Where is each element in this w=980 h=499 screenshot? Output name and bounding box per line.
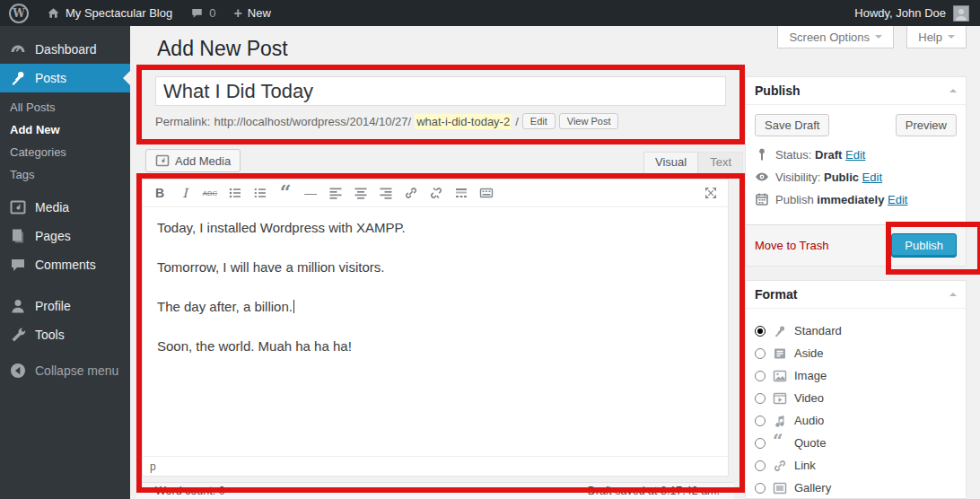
strikethrough-button[interactable]: ABC [198, 182, 222, 204]
comment-bubble-icon [190, 6, 204, 20]
permalink-slug[interactable]: what-i-did-today-2 [415, 114, 512, 129]
view-post-button[interactable]: View Post [559, 113, 619, 129]
post-status-info-bar: Word count: 0 Draft saved at 8:17:42 am. [136, 482, 734, 499]
sidebar-item-dashboard[interactable]: Dashboard [0, 35, 130, 64]
collapse-toggle-icon[interactable] [949, 289, 957, 296]
site-name-label: My Spectacular Blog [66, 6, 172, 20]
sidebar-item-label: Pages [35, 229, 71, 243]
format-option-aside[interactable]: Aside [755, 342, 957, 364]
home-icon [47, 6, 60, 20]
admin-sidebar: Dashboard Posts All Posts Add New Catego… [0, 26, 130, 499]
bulleted-list-icon [228, 186, 242, 200]
edit-visibility-link[interactable]: Edit [862, 171, 882, 184]
sidebar-separator [0, 279, 130, 292]
collapse-toggle-icon[interactable] [949, 85, 957, 92]
align-left-button[interactable] [324, 182, 347, 204]
user-avatar[interactable] [953, 5, 969, 22]
sidebar-item-comments[interactable]: Comments [0, 250, 130, 279]
preview-button[interactable]: Preview [896, 114, 957, 136]
format-box-header[interactable]: Format [746, 281, 966, 309]
format-option-video[interactable]: Video [755, 387, 957, 409]
blockquote-button[interactable]: “ [274, 182, 297, 204]
format-option-image[interactable]: Image [755, 364, 957, 387]
editor-paragraph: Soon, the world. Muah ha ha ha! [157, 338, 713, 354]
radio-button[interactable] [755, 393, 766, 404]
visibility-row: Visibility: Public Edit [755, 170, 957, 184]
sidebar-item-posts[interactable]: Posts [0, 64, 130, 92]
submenu-item-tags[interactable]: Tags [0, 163, 130, 186]
move-to-trash-link[interactable]: Move to Trash [755, 239, 828, 252]
horizontal-rule-button[interactable]: — [299, 182, 322, 204]
publish-box-header[interactable]: Publish [746, 77, 966, 105]
status-row: Status: Draft Edit [755, 147, 957, 162]
publish-button[interactable]: Publish [891, 233, 957, 258]
howdy-account-link[interactable]: Howdy, John Doe [854, 6, 946, 20]
wordpress-menu[interactable]: W [0, 0, 38, 26]
sidebar-item-tools[interactable]: Tools [0, 320, 130, 349]
tab-visual[interactable]: Visual [643, 152, 698, 176]
screen-options-tab[interactable]: Screen Options [777, 26, 894, 48]
radio-button[interactable] [755, 460, 766, 471]
radio-button[interactable] [755, 326, 766, 337]
radio-button[interactable] [755, 483, 766, 494]
sidebar-item-collapse-menu[interactable]: Collapse menu [0, 356, 130, 385]
save-draft-button[interactable]: Save Draft [755, 114, 829, 136]
add-media-button[interactable]: Add Media [145, 149, 241, 172]
italic-button[interactable]: I [173, 182, 197, 204]
bulleted-list-button[interactable] [223, 182, 247, 204]
format-option-gallery[interactable]: Gallery [755, 477, 957, 499]
site-name-link[interactable]: My Spectacular Blog [38, 0, 181, 26]
edit-status-link[interactable]: Edit [845, 148, 865, 162]
element-path: p [150, 460, 156, 473]
comments-count: 0 [209, 6, 215, 20]
format-box-title: Format [755, 287, 797, 302]
sidebar-item-profile[interactable]: Profile [0, 292, 130, 320]
insert-more-tag-button[interactable] [450, 182, 473, 204]
gallery-icon [773, 481, 787, 495]
format-option-standard[interactable]: Standard [755, 320, 957, 342]
link-icon [404, 186, 418, 200]
sidebar-item-pages[interactable]: Pages [0, 222, 130, 250]
format-option-label: Audio [794, 414, 824, 427]
post-title-input[interactable] [155, 76, 726, 106]
radio-button[interactable] [755, 416, 766, 426]
insert-link-button[interactable] [399, 182, 423, 204]
numbered-list-button[interactable] [249, 182, 272, 204]
format-box: Format Standard Aside [745, 280, 967, 499]
edit-permalink-button[interactable]: Edit [522, 113, 556, 129]
distraction-free-button[interactable] [699, 182, 722, 204]
sidebar-item-media[interactable]: Media [0, 193, 130, 222]
tab-text[interactable]: Text [698, 152, 743, 176]
status-value: Draft [815, 148, 842, 162]
format-option-quote[interactable]: “ Quote [755, 432, 957, 454]
publish-box: Publish Save Draft Preview Status: Draft… [745, 76, 967, 267]
sidebar-item-label: Comments [35, 258, 96, 272]
format-option-link[interactable]: Link [755, 454, 957, 477]
edit-schedule-link[interactable]: Edit [888, 193, 907, 206]
element-path-bar: p [143, 456, 728, 476]
submenu-item-add-new[interactable]: Add New [0, 118, 130, 141]
align-center-button[interactable] [349, 182, 372, 204]
help-tab[interactable]: Help [906, 26, 967, 48]
format-option-label: Quote [794, 436, 826, 450]
submenu-item-categories[interactable]: Categories [0, 141, 130, 163]
radio-button[interactable] [755, 371, 766, 381]
align-right-button[interactable] [374, 182, 398, 204]
radio-button[interactable] [755, 438, 766, 449]
new-content-link[interactable]: + New [224, 0, 279, 26]
format-option-audio[interactable]: Audio [755, 409, 957, 432]
radio-button[interactable] [755, 348, 766, 359]
profile-icon [9, 297, 27, 315]
toolbar-toggle-button[interactable] [475, 182, 498, 204]
blockquote-icon: “ [280, 188, 292, 197]
pages-icon [9, 227, 27, 245]
remove-link-button[interactable] [424, 182, 448, 204]
editor-content[interactable]: Today, I installed Wordpress with XAMPP.… [143, 207, 728, 456]
comments-count-link[interactable]: 0 [181, 0, 224, 26]
bold-button[interactable]: B [148, 182, 171, 204]
strikethrough-icon: ABC [203, 189, 217, 197]
major-publishing-actions: Move to Trash Publish [746, 224, 966, 266]
chevron-down-icon [948, 35, 955, 42]
submenu-item-all-posts[interactable]: All Posts [0, 96, 130, 118]
image-icon [773, 369, 787, 383]
